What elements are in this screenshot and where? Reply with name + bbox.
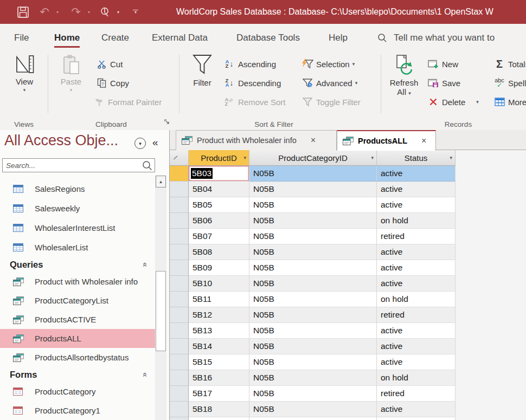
table-cell[interactable]: 5B10 — [189, 276, 249, 292]
record-selector[interactable] — [170, 213, 189, 229]
table-cell[interactable]: N05B — [249, 307, 377, 323]
tab-help[interactable]: Help — [329, 24, 348, 51]
table-cell[interactable]: active — [377, 260, 456, 276]
table-cell[interactable]: 5B11 — [189, 292, 249, 307]
document-tab-product-with-wholesaler-info[interactable]: Product with Wholesaler info× — [176, 130, 337, 150]
record-selector[interactable] — [170, 292, 189, 307]
table-cell[interactable]: retired — [377, 229, 456, 244]
table-cell[interactable]: N05B — [249, 244, 377, 260]
table-cell[interactable]: 5B09 — [189, 260, 249, 276]
column-dropdown-icon[interactable]: ▾ — [243, 155, 246, 160]
paste-button[interactable]: Paste ▾ — [55, 54, 87, 93]
table-cell[interactable]: N05B — [249, 386, 377, 402]
column-header-productcategoryid[interactable]: ProductCategoryID▾ — [249, 150, 377, 166]
column-header-status[interactable]: Status▾ — [377, 150, 456, 166]
table-cell[interactable]: N05B — [249, 354, 377, 370]
delete-record-button[interactable]: Delete ▾ — [427, 95, 479, 109]
table-cell[interactable]: 5B04 — [189, 182, 249, 197]
redo-dropdown-icon[interactable]: ▾ — [86, 0, 92, 24]
more-button[interactable]: More — [493, 95, 526, 109]
shutter-close-icon[interactable]: « — [152, 137, 158, 148]
nav-item-wholesalerinterestlist[interactable]: WholesalerInterestList — [0, 218, 155, 237]
table-cell[interactable]: 5B05 — [189, 197, 249, 213]
nav-item-productcategory[interactable]: ProductCategory — [0, 382, 155, 401]
table-cell[interactable]: N05B — [249, 197, 377, 213]
tab-external-data[interactable]: External Data — [152, 24, 208, 51]
table-cell[interactable]: 5B14 — [189, 339, 249, 354]
table-cell[interactable]: N05B — [249, 260, 377, 276]
nav-item-productcategory1[interactable]: ProductCategory1 — [0, 401, 155, 420]
toggle-filter-button[interactable]: Toggle Filter — [302, 95, 361, 109]
tab-database-tools[interactable]: Database Tools — [236, 24, 300, 51]
format-painter-button[interactable]: Format Painter — [93, 95, 162, 109]
ascending-button[interactable]: AZ↓ Ascending — [223, 57, 276, 71]
nav-item-salesweekly[interactable]: Salesweekly — [0, 198, 155, 218]
collapse-chevrons-icon[interactable]: « — [140, 262, 150, 267]
nav-item-productsactive[interactable]: ProductsACTIVE — [0, 310, 155, 329]
table-cell[interactable]: on hold — [377, 292, 456, 307]
table-cell[interactable]: 5B06 — [189, 213, 249, 229]
cut-button[interactable]: Cut — [95, 57, 123, 71]
table-cell[interactable]: N05B — [249, 402, 377, 417]
nav-item-salesregions[interactable]: SalesRegions — [0, 179, 155, 198]
table-cell[interactable]: active — [377, 182, 456, 197]
record-selector[interactable] — [170, 417, 189, 420]
table-cell[interactable] — [249, 417, 377, 420]
table-cell[interactable]: retired — [377, 386, 456, 402]
table-cell[interactable]: 5B03 — [189, 166, 249, 182]
record-selector[interactable] — [170, 276, 189, 292]
record-selector[interactable] — [170, 307, 189, 323]
record-selector[interactable] — [170, 370, 189, 386]
table-cell[interactable]: N05B — [249, 182, 377, 197]
totals-button[interactable]: Σ Totals — [493, 57, 526, 71]
quick-save-button[interactable] — [15, 0, 30, 24]
nav-pane-menu-icon[interactable]: ▾ — [134, 138, 146, 149]
redo-button[interactable]: ↷ — [68, 0, 84, 24]
record-selector[interactable] — [170, 386, 189, 402]
column-dropdown-icon[interactable]: ▾ — [450, 155, 452, 160]
table-cell[interactable]: on hold — [377, 213, 456, 229]
nav-search-icon[interactable] — [140, 159, 155, 172]
scroll-up-icon[interactable]: ▲ — [156, 176, 166, 188]
table-cell[interactable]: active — [377, 323, 456, 339]
table-cell[interactable]: active — [377, 244, 456, 260]
tab-home[interactable]: Home — [54, 24, 80, 51]
nav-item-productcategorylist[interactable]: ProductCategoryList — [0, 291, 155, 310]
view-button[interactable]: View ▾ — [9, 54, 40, 93]
selection-button[interactable]: Selection ▾ — [302, 57, 355, 71]
table-cell[interactable]: N05B — [249, 292, 377, 307]
new-record-button[interactable]: New — [427, 57, 458, 71]
collapse-chevrons-icon[interactable]: « — [140, 372, 150, 377]
record-selector[interactable] — [170, 182, 189, 197]
table-cell[interactable]: N05B — [249, 213, 377, 229]
record-selector[interactable] — [170, 229, 189, 244]
refresh-all-button[interactable]: Refresh All ▾ — [386, 54, 422, 96]
record-selector[interactable] — [170, 197, 189, 213]
advanced-button[interactable]: Advanced ▾ — [302, 76, 357, 90]
table-cell[interactable]: N05B — [249, 276, 377, 292]
table-cell[interactable]: 5B15 — [189, 354, 249, 370]
record-selector[interactable] — [170, 244, 189, 260]
table-cell[interactable]: N05B — [249, 229, 377, 244]
undo-dropdown-icon[interactable]: ▾ — [54, 0, 61, 24]
table-cell[interactable]: active — [377, 276, 456, 292]
scrollbar-thumb[interactable] — [156, 271, 166, 351]
record-selector[interactable] — [170, 402, 189, 417]
copy-button[interactable]: Copy — [95, 76, 129, 90]
clipboard-dialog-launcher-icon[interactable] — [164, 118, 170, 127]
table-cell[interactable]: 5B16 — [189, 370, 249, 386]
document-tab-productsall[interactable]: ProductsALL× — [337, 130, 436, 151]
record-selector[interactable] — [170, 260, 189, 276]
table-cell[interactable]: active — [377, 197, 456, 213]
table-cell[interactable]: 5B08 — [189, 244, 249, 260]
table-cell[interactable]: active — [377, 339, 456, 354]
select-all-corner[interactable] — [170, 150, 189, 166]
table-cell[interactable]: active — [377, 402, 456, 417]
nav-item-product-with-wholesaler-info[interactable]: Product with Wholesaler info — [0, 272, 155, 291]
table-cell[interactable]: 5B07 — [189, 229, 249, 244]
table-cell[interactable]: retired — [377, 307, 456, 323]
table-cell[interactable]: 5B18 — [189, 402, 249, 417]
nav-item-productsallsortedbystatus[interactable]: ProductsAllsortedbystatus — [0, 348, 155, 367]
record-selector[interactable] — [170, 166, 189, 182]
undo-button[interactable]: ↶ — [37, 0, 52, 24]
